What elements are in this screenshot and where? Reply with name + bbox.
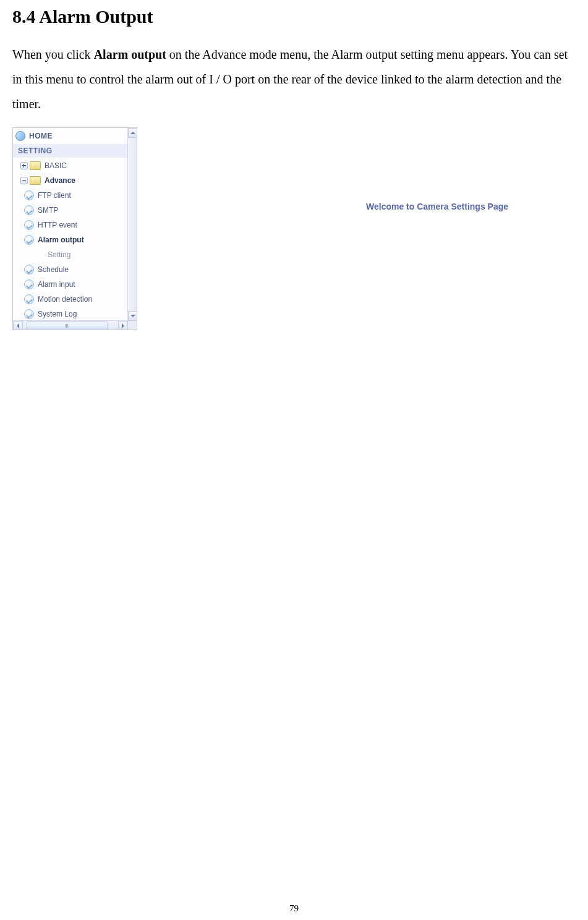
scroll-right-icon[interactable] [118, 321, 128, 330]
folder-icon [30, 161, 41, 170]
tree-item-alarm-output[interactable]: Alarm output [13, 232, 128, 247]
tree-item-ftp[interactable]: FTP client [13, 188, 128, 203]
tree-item-system-log[interactable]: System Log [13, 307, 128, 321]
page-number: 79 [0, 903, 588, 914]
tree-item-schedule[interactable]: Schedule [13, 262, 128, 277]
tree-label-syslog: System Log [38, 310, 77, 318]
doc-icon [24, 279, 34, 289]
tree-item-alarm-input[interactable]: Alarm input [13, 277, 128, 292]
welcome-message: Welcome to Camera Settings Page [366, 202, 508, 211]
doc-icon [24, 220, 34, 230]
scroll-down-icon[interactable] [128, 311, 137, 321]
screenshot-figure: HOME SETTING BASIC Advance FTP client SM… [12, 127, 576, 330]
tree-item-setting[interactable]: Setting [13, 247, 128, 262]
doc-icon [24, 265, 34, 275]
doc-icon [24, 205, 34, 215]
intro-paragraph: When you click Alarm output on the Advan… [12, 42, 576, 116]
tree-label-advance: Advance [45, 176, 75, 185]
tree-label-smtp: SMTP [38, 206, 58, 215]
tree-item-smtp[interactable]: SMTP [13, 203, 128, 218]
section-heading: 8.4 Alarm Output [12, 6, 576, 27]
globe-icon [15, 131, 25, 141]
folder-icon [30, 176, 41, 185]
tree-label-http: HTTP event [38, 221, 77, 229]
doc-icon [24, 294, 34, 304]
scroll-up-icon[interactable] [128, 128, 137, 138]
tree-label-setting: Setting [48, 250, 70, 259]
tree-label-ftp: FTP client [38, 191, 71, 200]
horizontal-scrollbar[interactable] [13, 320, 128, 330]
paragraph-pre: When you click [12, 48, 94, 61]
tree-label-basic: BASIC [45, 161, 67, 170]
nav-home-label: HOME [29, 132, 53, 140]
scroll-corner [128, 321, 137, 330]
tree-item-basic[interactable]: BASIC [13, 158, 128, 173]
tree-label-alarm-output: Alarm output [38, 236, 84, 244]
expand-icon[interactable] [20, 162, 28, 169]
doc-icon [24, 235, 34, 245]
tree-item-advance[interactable]: Advance [13, 173, 128, 188]
tree-item-http-event[interactable]: HTTP event [13, 218, 128, 232]
scroll-thumb[interactable] [27, 322, 108, 330]
collapse-icon[interactable] [20, 177, 28, 184]
tree-label-motion: Motion detection [38, 295, 92, 304]
tree-item-motion-detection[interactable]: Motion detection [13, 292, 128, 307]
tree-label-alarm-input: Alarm input [38, 280, 75, 289]
vertical-scrollbar[interactable] [127, 128, 137, 321]
paragraph-bold: Alarm output [94, 48, 166, 61]
scroll-left-icon[interactable] [13, 321, 23, 330]
doc-icon [24, 309, 34, 319]
tree-label-schedule: Schedule [38, 265, 69, 274]
doc-icon [24, 190, 34, 200]
nav-home[interactable]: HOME [13, 128, 128, 144]
section-setting-header: SETTING [13, 144, 128, 158]
sidebar-tree-panel: HOME SETTING BASIC Advance FTP client SM… [12, 127, 137, 330]
